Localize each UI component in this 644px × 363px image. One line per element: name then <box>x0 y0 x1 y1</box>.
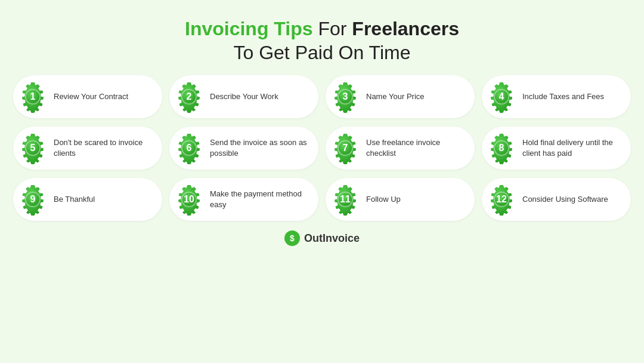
tip-text-11: Follow Up <box>366 194 401 205</box>
tip-text-7: Use freelance invoice checklist <box>366 137 466 158</box>
tip-card-2: 2 Describe Your Work <box>169 75 318 118</box>
tip-number-8: 8 <box>499 143 504 153</box>
tip-text-8: Hold final delivery until the client has… <box>522 137 623 158</box>
tip-number-4: 4 <box>499 91 504 102</box>
gear-icon-4: 4 <box>485 81 518 113</box>
gear-icon-6: 6 <box>173 132 205 164</box>
gear-icon-10: 10 <box>173 183 205 216</box>
footer: $ OutInvoice <box>284 230 360 246</box>
tip-text-10: Make the payment method easy <box>210 189 310 210</box>
tip-card-3: 3 Name Your Price <box>326 75 475 118</box>
tip-text-5: Don't be scared to invoice clients <box>54 137 154 158</box>
tip-text-2: Describe Your Work <box>210 91 278 102</box>
tip-text-1: Review Your Contract <box>54 91 128 102</box>
footer-logo: $ <box>284 230 300 246</box>
tip-number-6: 6 <box>187 143 192 153</box>
tip-card-5: 5 Don't be scared to invoice clients <box>13 127 162 170</box>
tip-card-4: 4 Include Taxes and Fees <box>482 75 631 118</box>
gear-icon-8: 8 <box>485 132 518 164</box>
tip-number-9: 9 <box>30 194 36 205</box>
dollar-icon: $ <box>290 233 295 243</box>
tips-grid: 1 Review Your Contract 2 Describe Your W… <box>13 75 631 221</box>
tip-card-12: 12 Consider Using Software <box>482 178 631 221</box>
tip-card-6: 6 Send the invoice as soon as possible <box>169 127 318 170</box>
title-bold: Freelancers <box>352 18 459 39</box>
tip-number-10: 10 <box>184 194 194 205</box>
gear-icon-3: 3 <box>329 81 361 113</box>
title-green: Invoicing Tips <box>185 18 313 39</box>
gear-icon-1: 1 <box>17 81 49 113</box>
tip-number-12: 12 <box>496 194 507 205</box>
tip-card-9: 9 Be Thankful <box>13 178 162 221</box>
gear-icon-11: 11 <box>329 183 361 216</box>
gear-icon-12: 12 <box>485 183 518 216</box>
tip-text-4: Include Taxes and Fees <box>522 91 604 102</box>
tip-number-1: 1 <box>30 91 36 102</box>
tip-card-1: 1 Review Your Contract <box>13 75 162 118</box>
tip-number-7: 7 <box>343 143 348 153</box>
tip-number-11: 11 <box>340 194 351 205</box>
gear-icon-9: 9 <box>17 183 49 216</box>
brand-name: OutInvoice <box>304 232 360 245</box>
tip-text-6: Send the invoice as soon as possible <box>210 137 310 158</box>
gear-icon-7: 7 <box>329 132 361 164</box>
tip-text-12: Consider Using Software <box>522 194 608 205</box>
title-for: For <box>313 18 352 39</box>
tip-card-10: 10 Make the payment method easy <box>169 178 318 221</box>
tip-number-5: 5 <box>30 143 36 153</box>
tip-number-2: 2 <box>187 91 192 102</box>
tip-card-7: 7 Use freelance invoice checklist <box>326 127 475 170</box>
tip-number-3: 3 <box>343 91 348 102</box>
title-line2: To Get Paid On Time <box>233 42 410 63</box>
gear-icon-5: 5 <box>17 132 49 164</box>
tip-card-11: 11 Follow Up <box>326 178 475 221</box>
gear-icon-2: 2 <box>173 81 205 113</box>
tip-card-8: 8 Hold final delivery until the client h… <box>482 127 631 170</box>
tip-text-3: Name Your Price <box>366 91 425 102</box>
header: Invoicing Tips For Freelancers To Get Pa… <box>185 17 459 64</box>
tip-text-9: Be Thankful <box>54 194 95 205</box>
